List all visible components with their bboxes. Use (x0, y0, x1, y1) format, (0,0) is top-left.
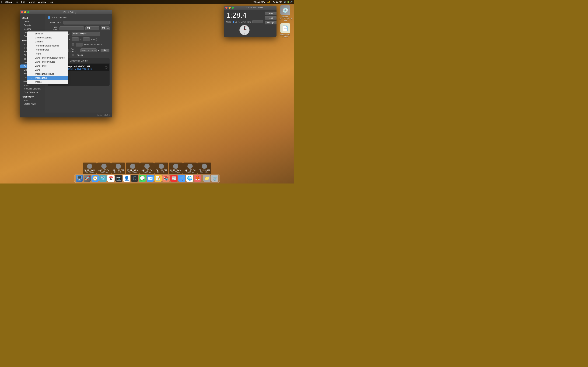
set-button[interactable]: Set (100, 49, 110, 52)
sidebar-item-date-difference[interactable]: Date Difference (20, 91, 44, 94)
dropdown-item-weeks-days-hours[interactable]: Weeks:Days:Hours (27, 72, 68, 76)
clock-icon-2 (116, 164, 121, 169)
menu-edit[interactable]: Edit (21, 1, 25, 3)
dropdown-item-hours[interactable]: Hours (27, 52, 68, 56)
hours-before-label: hours before event (84, 43, 102, 46)
dropdown-item-weeks[interactable]: Weeks (27, 80, 68, 84)
menu-format[interactable]: Format (28, 1, 35, 3)
apple-menu[interactable]:  (1, 1, 2, 3)
display-window-start[interactable] (72, 37, 79, 41)
radio-up-dot[interactable] (233, 21, 234, 23)
dock-calendar[interactable]: 📅 (107, 175, 115, 182)
clock-strip-item-0[interactable]: 10:11:23 AM Thu 25 Apr (83, 163, 97, 174)
clock-strip-item-7[interactable]: 04:11:23 PM Thu 25 Apr (183, 163, 197, 174)
dock-messages[interactable]: 💬 (139, 175, 146, 182)
dropdown-item-hours-minutes-seconds[interactable]: Hours:Minutes:Seconds (27, 44, 68, 48)
stopwatch-body: 1:28.4 Mode: Up Down from: (224, 10, 277, 37)
settings-close-button[interactable] (21, 11, 23, 13)
dropdown-item-days-hours[interactable]: Days:Hours (27, 64, 68, 68)
hours-before-input[interactable] (76, 43, 83, 47)
dock-books[interactable]: 📚 (162, 175, 170, 182)
radio-up[interactable]: Up (233, 21, 237, 23)
dock-maps[interactable]: 🗺️ (99, 175, 107, 182)
menu-help[interactable]: Help (49, 1, 53, 3)
dropdown-item-days-hours-minutes-seconds[interactable]: Days:Hours:Minutes:Seconds (27, 56, 68, 60)
clock-strip-item-8[interactable]: 07:11:23 AM Thu 25 Apr (197, 163, 211, 174)
dropdown-item-weeks-days[interactable]: ✓ Weeks:Days (27, 76, 68, 80)
dock-appstore[interactable]: 🛒 (178, 175, 185, 182)
menubar-status-icons: 🔊 🔋 🔎 (284, 1, 293, 3)
desktop-icon-documents[interactable]: 📄 Documents 2 items (278, 23, 292, 38)
sidebar-item-menubar-calendar[interactable]: Menubar Calendar (20, 87, 44, 91)
settings-zoom-button[interactable] (27, 11, 29, 13)
add-countdown-checkbox[interactable] (48, 17, 50, 19)
dock-trash[interactable]: 🗑️ (211, 175, 218, 182)
clock-strip-item-3[interactable]: 05:11:23 PM Thu 25 Apr (126, 163, 140, 174)
dock-news[interactable]: 📰 (170, 175, 178, 182)
dock-photos[interactable]: 📷 (115, 175, 122, 182)
clock-strip-item-2[interactable]: 11:11:23 PM Thu 25 Apr (111, 163, 125, 174)
dock-finder2[interactable]: 📁 (203, 175, 210, 182)
app-name[interactable]: iClock (5, 1, 12, 3)
display-window-end[interactable] (83, 37, 90, 41)
dropdown-item-hours-minutes[interactable]: Hours:Minutes (27, 48, 68, 52)
desktop-icon-mojave[interactable]: 💿 Mojave 1.94 TB, 1.49 TB free (278, 5, 292, 22)
fade-in-checkbox[interactable] (72, 54, 74, 56)
dock-safari[interactable]: 🧭 (92, 175, 99, 182)
radio-down[interactable]: Down (239, 21, 246, 23)
dropdown-item-days[interactable]: Days (27, 68, 68, 72)
from-input[interactable] (252, 20, 263, 23)
settings-minimize-button[interactable] (24, 11, 26, 13)
stopwatch-window: iClock Stop Watch 1:28.4 Mode: Up Down f… (224, 6, 277, 37)
dropdown-item-minutes-seconds[interactable]: Minutes:Seconds (27, 36, 68, 40)
sound-select[interactable]: Select sound (80, 48, 97, 52)
resolution-dropdown[interactable]: Weeks:Days ▾ (72, 32, 100, 36)
settings-button[interactable]: Settings (265, 21, 277, 25)
dropdown-item-days-hours-minutes[interactable]: Days:Hours:Minutes (27, 60, 68, 64)
dock-contacts[interactable]: 👤 (123, 175, 130, 182)
dropdown-dhm-label: Days:Hours:Minutes (35, 60, 55, 63)
reset-button[interactable]: Reset (265, 16, 277, 20)
mojave-icon-sublabel: 1.94 TB, 1.49 TB free (278, 18, 292, 22)
menubar-time: 04:11:23 PM (254, 1, 266, 3)
dropdown-item-minutes[interactable]: Minutes (27, 40, 68, 44)
event-name-row: Event name: (48, 21, 110, 25)
event-name-input[interactable] (63, 21, 110, 25)
documents-icon: 📄 (280, 23, 290, 33)
menu-file[interactable]: File (15, 1, 18, 3)
event-info-icon[interactable]: ⓘ (105, 66, 107, 69)
dock-firefox[interactable]: 🦊 (194, 175, 201, 182)
event-date-input[interactable] (60, 26, 84, 30)
sidebar-item-about[interactable]: About (20, 20, 44, 23)
dock-launchpad[interactable]: 🚀 (84, 175, 91, 182)
dock-finder[interactable]: 🖥️ (76, 175, 83, 182)
help-icon[interactable]: ? (109, 114, 110, 117)
event-time-input[interactable] (85, 26, 99, 30)
dock-notes[interactable]: 📝 (155, 175, 162, 182)
clock-strip-item-1[interactable]: 04:11:23 PM Thu 25 Apr (97, 163, 111, 174)
dropdown-minutes-seconds-label: Minutes:Seconds (35, 36, 52, 39)
stopwatch-minimize-button[interactable] (229, 7, 231, 9)
clock-strip-date-7: Thu 25 Apr (184, 171, 196, 173)
sidebar-item-laptop-alarm[interactable]: Laptop Alarm (20, 102, 44, 106)
clock-icon-3 (130, 164, 135, 169)
menu-window[interactable]: Window (38, 1, 46, 3)
clock-strip-item-6[interactable]: 03:11:23 AM Thu 25 Apr (169, 163, 183, 174)
dock-music[interactable]: 🎵 (131, 175, 138, 182)
dock-chrome[interactable]: 🌐 (186, 175, 193, 182)
clock-strip-item-4[interactable]: 04:11:23 PM Thu 25 Apr (140, 163, 154, 174)
dropdown-item-seconds[interactable]: Seconds (27, 32, 68, 36)
dock-mail[interactable]: ✉️ (147, 175, 154, 182)
dock-divider (202, 176, 202, 181)
clock-strip-item-5[interactable]: 04:11:23 PM Thu 25 Apr (154, 163, 168, 174)
change-panel-checkbox[interactable] (72, 43, 74, 46)
stopwatch-close-button[interactable] (225, 7, 227, 9)
stop-button[interactable]: Stop (265, 12, 277, 15)
sidebar-item-app-menu[interactable]: Menu (20, 99, 44, 102)
sidebar-item-general[interactable]: General (20, 27, 44, 31)
stopwatch-zoom-button[interactable] (232, 7, 234, 9)
sidebar-item-register[interactable]: Register (20, 24, 44, 27)
mode-label: Mode: (226, 21, 232, 23)
radio-down-dot[interactable] (239, 21, 240, 23)
ampm-select[interactable]: PM AM (101, 26, 110, 30)
